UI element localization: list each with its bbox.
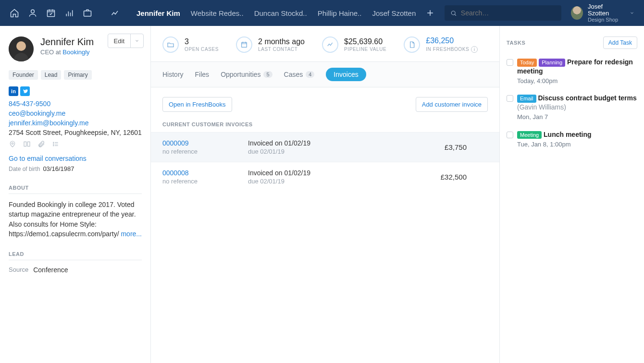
task-item: Meeting Lunch meeting Tue, Jan 8, 1:00pm (507, 130, 637, 148)
invoice-amount: £3,750 (417, 143, 488, 151)
pin-icon[interactable] (9, 140, 16, 148)
chip-founder[interactable]: Founder (9, 70, 38, 80)
invoice-number-link[interactable]: 0000008 (162, 169, 248, 177)
chip-primary[interactable]: Primary (64, 70, 91, 80)
tab-opportunities[interactable]: Opportunities5 (221, 71, 272, 78)
search-icon (450, 10, 457, 17)
person-name: Jennifer Kim (40, 36, 94, 48)
svg-point-7 (53, 142, 54, 143)
phone-link[interactable]: 845-437-9500 (9, 100, 142, 108)
calendar-icon[interactable] (46, 8, 56, 18)
email1-link[interactable]: ceo@bookingly.me (9, 109, 142, 117)
dob-row: Date of birth03/16/1987 (9, 165, 142, 172)
task-item: Email Discuss contract budget terms (Gav… (507, 94, 637, 121)
tab-files[interactable]: Files (195, 71, 210, 78)
svg-rect-1 (48, 10, 55, 16)
open-in-freshbooks-button[interactable]: Open in FreshBooks (162, 97, 232, 112)
search-box[interactable] (445, 5, 561, 21)
user-name: Josef Szotten (588, 3, 622, 17)
opportunities-count: 5 (263, 71, 272, 78)
stat-freshbooks[interactable]: £36,250IN FRESHBOOKSi (404, 36, 478, 53)
tag-chips: Founder Lead Primary (9, 70, 142, 80)
svg-point-5 (16, 41, 26, 51)
search-input[interactable] (461, 9, 556, 17)
task-checkbox[interactable] (507, 95, 513, 102)
info-icon[interactable]: i (471, 46, 478, 53)
home-icon[interactable] (10, 8, 19, 18)
company-link[interactable]: Bookingly (62, 48, 89, 56)
list-icon[interactable] (52, 140, 60, 148)
person-title: CEO at Bookingly (40, 48, 94, 56)
stat-pipeline[interactable]: $25,639.60PIPELINE VALUE (322, 36, 386, 53)
pill-planning: Planning (539, 59, 565, 67)
svg-point-3 (452, 11, 456, 14)
task-title[interactable]: Discuss contract budget terms (538, 94, 636, 102)
task-when: Tue, Jan 8, 1:00pm (517, 140, 592, 149)
nav-tab-2[interactable]: Duncan Stockd.. (254, 9, 307, 17)
add-customer-invoice-button[interactable]: Add customer invoice (416, 97, 488, 112)
stat-last-contact[interactable]: 2 months agoLAST CONTACT (236, 36, 305, 53)
detail-tabs: History Files Opportunities5 Cases4 Invo… (151, 62, 499, 87)
svg-point-0 (31, 10, 35, 13)
nav-tab-1[interactable]: Website Redes.. (191, 9, 244, 17)
contact-actions (9, 140, 142, 148)
task-title[interactable]: Lunch meeting (544, 131, 592, 138)
svg-point-9 (53, 145, 54, 146)
invoices-heading: CURRENT CUSTOMER INVOICES (151, 121, 499, 132)
task-who: (Gavin Williams) (517, 103, 637, 112)
pill-email: Email (517, 95, 536, 103)
invoice-row[interactable]: 0000008no reference Invoiced on 01/02/19… (151, 162, 499, 192)
twitter-icon[interactable] (20, 86, 30, 96)
linkedin-icon[interactable]: in (9, 86, 18, 96)
person-avatar (9, 36, 34, 61)
nav-open-tabs: Jennifer Kim Website Redes.. Duncan Stoc… (136, 9, 416, 17)
tab-cases[interactable]: Cases4 (284, 71, 315, 78)
chevron-down-icon (131, 38, 143, 43)
bars-icon[interactable] (64, 8, 74, 18)
invoice-row[interactable]: 0000009no reference Invoiced on 01/02/19… (151, 132, 499, 162)
left-panel: Jennifer Kim CEO at Bookingly Edit Found… (0, 26, 151, 363)
goto-email-conversations[interactable]: Go to email conversations (9, 155, 142, 162)
trend-icon[interactable] (111, 8, 120, 18)
nav-tab-0[interactable]: Jennifer Kim (136, 9, 180, 17)
user-avatar (571, 6, 583, 20)
invoice-number-link[interactable]: 0000009 (162, 139, 248, 147)
pill-meeting: Meeting (517, 131, 542, 139)
briefcase-icon[interactable] (83, 8, 92, 18)
contact-list: 845-437-9500 ceo@bookingly.me jennifer.k… (9, 100, 142, 136)
invoice-amount: £32,500 (417, 173, 488, 181)
edit-button[interactable]: Edit (108, 34, 144, 48)
add-task-button[interactable]: Add Task (603, 36, 637, 49)
stat-open-cases[interactable]: 3OPEN CASES (162, 36, 219, 53)
task-checkbox[interactable] (507, 59, 513, 66)
task-when: Mon, Jan 7 (517, 113, 637, 121)
pill-today: Today (517, 59, 537, 67)
tab-history[interactable]: History (162, 71, 184, 78)
chip-lead[interactable]: Lead (41, 70, 62, 80)
task-when: Today, 4:00pm (517, 77, 637, 85)
nav-user-menu[interactable]: Josef Szotten Design Shop (571, 3, 634, 23)
plus-icon[interactable] (425, 8, 435, 18)
stats-row: 3OPEN CASES 2 months agoLAST CONTACT $25… (151, 26, 499, 62)
email2-link[interactable]: jennifer.kim@bookingly.me (9, 119, 142, 127)
invoice-actions: Open in FreshBooks Add customer invoice (151, 87, 499, 121)
person-icon[interactable] (28, 8, 37, 18)
nav-tab-4[interactable]: Josef Szotten (372, 9, 416, 17)
cases-count: 4 (306, 71, 314, 78)
main-panel: 3OPEN CASES 2 months agoLAST CONTACT $25… (151, 26, 500, 363)
tab-invoices[interactable]: Invoices (326, 68, 366, 81)
file-icon (404, 36, 420, 53)
nav-tab-3[interactable]: Phillip Haine.. (318, 9, 362, 17)
about-more-link[interactable]: more... (121, 230, 142, 238)
svg-rect-10 (242, 42, 247, 47)
attachment-icon[interactable] (37, 140, 45, 148)
task-checkbox[interactable] (507, 132, 513, 138)
user-org: Design Shop (588, 17, 622, 23)
chevron-down-icon (630, 11, 634, 15)
about-heading: ABOUT (9, 185, 142, 194)
svg-rect-2 (84, 11, 91, 16)
top-nav: Jennifer Kim Website Redes.. Duncan Stoc… (0, 0, 644, 26)
social-links: in (9, 86, 142, 96)
book-icon[interactable] (23, 140, 31, 148)
calendar-icon (236, 36, 252, 53)
